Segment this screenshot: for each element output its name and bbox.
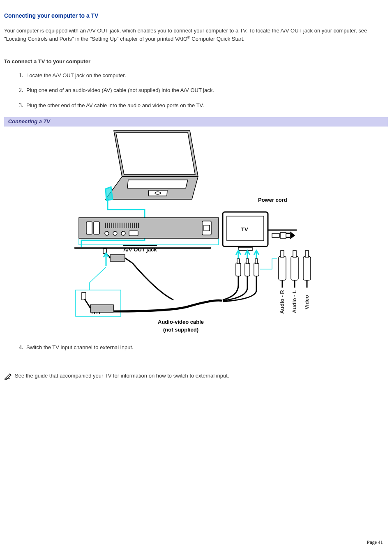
svg-point-28 [105,231,109,235]
svg-rect-39 [280,233,286,238]
svg-rect-8 [79,218,219,238]
step-4-text: Switch the TV input channel to external … [26,344,134,350]
note-text: See the guide that accompanied your TV f… [15,372,229,380]
label-tv: TV [241,226,248,234]
svg-rect-49 [281,251,284,257]
label-audio-l: Audio - L [291,290,299,313]
svg-rect-50 [291,256,298,280]
label-av-out-jack: A/V OUT jack [123,245,157,254]
svg-marker-1 [116,133,195,175]
svg-rect-38 [272,233,279,237]
steps-list-part1: Locate the A/V OUT jack on the computer.… [25,71,388,116]
svg-rect-46 [254,263,259,276]
svg-rect-57 [110,255,125,261]
svg-rect-44 [245,263,250,276]
svg-rect-45 [246,259,249,264]
intro-text-b: Computer Quick Start. [190,36,244,42]
step-3: Plug the other end of the AV cable into … [25,101,388,116]
figure-illustration: Power cord TV A/V OUT jack Audio-video c… [67,127,325,335]
svg-point-29 [113,231,117,235]
svg-rect-48 [279,256,286,280]
step-2-text: Plug one end of an audio-video (AV) cabl… [26,87,214,93]
intro-text-a: Your computer is equipped with an A/V OU… [4,28,367,42]
label-audio-r: Audio - R [279,290,286,314]
svg-rect-47 [255,259,258,264]
step-1: Locate the A/V OUT jack on the computer. [25,71,388,86]
svg-rect-43 [237,259,240,264]
step-3-text: Plug the other end of the AV cable into … [26,102,204,108]
registered-mark: ® [187,35,190,39]
step-4: Switch the TV input channel to external … [25,343,388,358]
label-av-cable: Audio-video cable (not supplied) [140,318,222,334]
figure-container: Power cord TV A/V OUT jack Audio-video c… [4,127,388,335]
note-icon [4,373,12,380]
svg-point-30 [121,231,125,235]
subheading: To connect a TV to your computer [4,58,388,66]
intro-paragraph: Your computer is equipped with an A/V OU… [4,27,388,43]
figure-caption: Connecting a TV [8,118,51,124]
svg-rect-52 [303,256,311,280]
steps-list-part2: Switch the TV input channel to external … [25,343,388,358]
svg-rect-65 [82,292,86,300]
svg-marker-3 [127,180,188,188]
step-2: Plug one end of an audio-video (AV) cabl… [25,86,388,101]
svg-rect-9 [86,222,92,234]
svg-rect-31 [129,231,138,236]
figure-caption-bar: Connecting a TV [4,117,388,127]
note-row: See the guide that accompanied your TV f… [4,372,388,380]
page-title: Connecting your computer to a TV [4,12,388,20]
step-1-text: Locate the A/V OUT jack on the computer. [26,72,126,78]
svg-rect-51 [293,251,296,257]
label-power-cord: Power cord [258,196,287,204]
svg-rect-53 [305,251,309,257]
label-video: Video [303,295,311,309]
svg-rect-10 [94,222,99,234]
page-number: Page 41 [367,539,383,546]
svg-rect-60 [90,305,113,312]
label-av-cable-line1: Audio-video cable [158,319,204,325]
svg-point-5 [155,192,161,194]
svg-rect-37 [238,247,252,251]
svg-rect-42 [236,263,241,276]
label-av-cable-line2: (not supplied) [163,327,198,333]
